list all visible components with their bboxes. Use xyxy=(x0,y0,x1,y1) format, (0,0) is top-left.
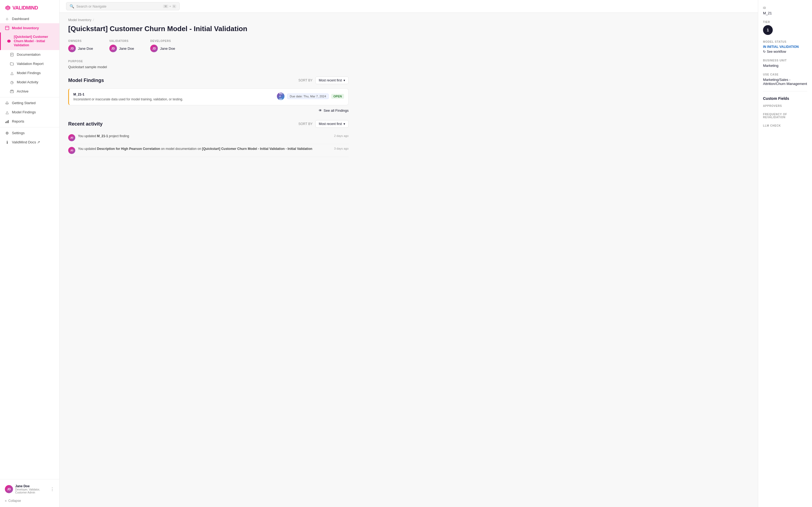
archive-icon xyxy=(10,89,14,94)
activity-header: Recent activity SORT BY Most recent firs… xyxy=(68,120,348,128)
rp-use-case-label: USE CASE xyxy=(763,73,807,76)
validators-group: VALIDATORS JD Jane Doe xyxy=(109,40,134,52)
chevron-down-icon: ▾ xyxy=(343,78,345,82)
doc-icon xyxy=(10,53,14,57)
sidebar-item-model-findings[interactable]: △ Model Findings xyxy=(0,108,59,117)
sidebar-item-model-activity[interactable]: ◷ Model Activity xyxy=(0,78,59,87)
svg-rect-13 xyxy=(8,120,9,123)
tier-badge: 1 xyxy=(763,25,773,35)
search-placeholder: Search or Navigate xyxy=(76,4,106,8)
info-icon: ℹ xyxy=(5,140,9,145)
sidebar: VALIDMIND ⌂ Dashboard Model Inventory [Q… xyxy=(0,0,60,507)
rp-use-case-value: Marketing/Sales - Attrition/Churn Manage… xyxy=(763,78,807,86)
avatar: JD xyxy=(5,485,13,493)
right-panel: ID M_21 TIER 1 MODEL STATUS IN INITIAL V… xyxy=(758,0,812,507)
svg-rect-12 xyxy=(7,121,8,123)
rp-tier-label: TIER xyxy=(763,20,807,23)
gear-icon: ⚙ xyxy=(5,131,9,135)
chevron-down-icon: ▾ xyxy=(343,122,345,126)
rp-business-unit-value: Marketing xyxy=(763,64,807,68)
sidebar-item-label: Archive xyxy=(17,89,29,93)
validators-person: JD Jane Doe xyxy=(109,45,134,52)
owners-group: OWNERS JD Jane Doe xyxy=(68,40,93,52)
topbar: 🔍 Search or Navigate ⌘ + k xyxy=(60,0,758,13)
sidebar-item-docs[interactable]: ℹ ValidMind Docs ↗ xyxy=(0,138,59,147)
sort-select-findings[interactable]: Most recent first ▾ xyxy=(315,76,348,84)
inventory-icon xyxy=(5,26,9,30)
user-name: Jane Doe xyxy=(15,484,48,488)
content-area: Model Inventory / [Quickstart] Customer … xyxy=(60,13,357,166)
developers-avatar: JD xyxy=(150,45,158,52)
more-icon[interactable]: ⋮ xyxy=(50,487,54,492)
sidebar-item-model-inventory[interactable]: Model Inventory xyxy=(0,23,59,33)
sidebar-item-settings[interactable]: ⚙ Settings xyxy=(0,128,59,138)
sidebar-item-getting-started[interactable]: Getting Started xyxy=(0,99,59,108)
sidebar-item-dashboard[interactable]: ⌂ Dashboard xyxy=(0,14,59,23)
main-content: 🔍 Search or Navigate ⌘ + k Model Invento… xyxy=(60,0,758,507)
app-name: VALIDMIND xyxy=(12,5,38,11)
sidebar-item-label: Model Inventory xyxy=(12,26,39,30)
user-row[interactable]: JD Jane Doe Developer, Validator, Custom… xyxy=(0,482,59,497)
finding-assignee-avatar: Rorigo xyxy=(277,93,284,100)
sidebar-item-label: Documentation xyxy=(17,53,40,57)
k-key: k xyxy=(172,5,176,8)
search-shortcuts: ⌘ + k xyxy=(163,5,176,8)
activity-time: 3 days ago xyxy=(330,147,348,150)
svg-rect-5 xyxy=(10,53,13,56)
purpose-label: PURPOSE xyxy=(68,60,348,63)
sort-select-activity[interactable]: Most recent first ▾ xyxy=(315,120,348,128)
rp-approvers-field: APPROVERS xyxy=(763,104,807,107)
see-workflow-label: See workflow xyxy=(767,50,786,54)
rp-id-value: M_21 xyxy=(763,11,807,15)
svg-marker-4 xyxy=(7,40,10,43)
sidebar-item-quickstart-model[interactable]: [Quickstart] Customer Churn Model - Init… xyxy=(0,33,59,50)
activity-item: JD You updated M_21-1 project finding 2 … xyxy=(68,131,348,144)
breadcrumb: Model Inventory / xyxy=(68,18,348,22)
sort-by-label: SORT BY xyxy=(298,78,312,82)
search-bar[interactable]: 🔍 Search or Navigate ⌘ + k xyxy=(66,2,180,10)
chart-icon xyxy=(5,119,9,124)
rp-business-unit-label: BUSINESS UNIT xyxy=(763,59,807,62)
developers-person: JD Jane Doe xyxy=(150,45,175,52)
nav-section: ⌂ Dashboard Model Inventory [Quickstart]… xyxy=(0,14,59,479)
activity-avatar: JD xyxy=(68,134,75,141)
sidebar-item-archive[interactable]: Archive xyxy=(0,87,59,96)
developers-name: Jane Doe xyxy=(160,47,175,51)
see-workflow[interactable]: ↻ See workflow xyxy=(763,50,807,54)
developers-label: DEVELOPERS xyxy=(150,40,175,43)
sidebar-item-validation-report[interactable]: Validation Report xyxy=(0,59,59,68)
breadcrumb-model-inventory[interactable]: Model Inventory xyxy=(68,18,91,22)
owners-row: OWNERS JD Jane Doe VALIDATORS JD Jane Do… xyxy=(68,40,348,52)
sidebar-item-label: Model Findings xyxy=(12,110,36,114)
sidebar-item-documentation[interactable]: Documentation xyxy=(0,50,59,59)
logo-area: VALIDMIND xyxy=(0,0,59,14)
sidebar-item-label: Model Activity xyxy=(17,80,38,84)
sidebar-item-reports[interactable]: Reports xyxy=(0,117,59,126)
page-title: [Quickstart] Customer Churn Model - Init… xyxy=(68,24,348,33)
sidebar-item-label: Reports xyxy=(12,119,24,123)
owners-avatar: JD xyxy=(68,45,76,52)
logo-icon xyxy=(5,5,11,11)
sort-by-row: SORT BY Most recent first ▾ xyxy=(298,76,348,84)
activity-title: Recent activity xyxy=(68,121,103,127)
rp-tier-field: TIER 1 xyxy=(763,20,807,35)
finding-card[interactable]: M_21-1 Inconsistent or inaccurate data u… xyxy=(68,89,348,105)
collapse-row[interactable]: « Collapse xyxy=(0,497,59,505)
purpose-value: Quickstart sample model xyxy=(68,65,348,69)
clock-icon: ◷ xyxy=(10,80,14,84)
activity-text: You updated Description for High Pearson… xyxy=(78,147,312,151)
see-all-row: 👁 See all Findings xyxy=(68,109,348,113)
finding-id: M_21-1 xyxy=(73,93,274,96)
rp-status-field: MODEL STATUS IN INITIAL VALIDATION ↻ See… xyxy=(763,40,807,54)
home-icon: ⌂ xyxy=(5,16,9,21)
eye-icon: 👁 xyxy=(319,109,322,113)
open-badge: OPEN xyxy=(331,94,344,99)
owners-label: OWNERS xyxy=(68,40,93,43)
cmd-key: ⌘ xyxy=(163,5,168,8)
finding-left: M_21-1 Inconsistent or inaccurate data u… xyxy=(73,93,274,101)
activity-avatar: JD xyxy=(68,147,75,154)
sidebar-item-model-findings-sub[interactable]: △ Model Findings xyxy=(0,68,59,78)
search-icon: 🔍 xyxy=(69,4,74,8)
findings-title: Model Findings xyxy=(68,78,104,83)
see-all-link[interactable]: 👁 See all Findings xyxy=(319,109,349,113)
